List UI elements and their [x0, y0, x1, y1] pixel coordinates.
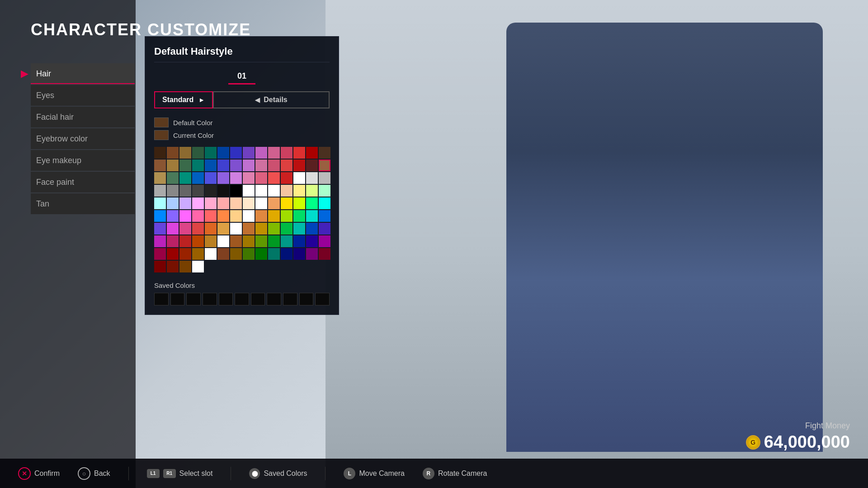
saved-color-slot[interactable] [299, 293, 314, 305]
color-cell[interactable] [179, 248, 191, 260]
color-cell[interactable] [217, 197, 229, 209]
color-cell[interactable] [268, 248, 280, 260]
saved-color-slot[interactable] [267, 293, 281, 305]
color-cell[interactable] [205, 223, 217, 235]
color-cell[interactable] [217, 223, 229, 235]
saved-color-slot[interactable] [235, 293, 249, 305]
color-cell[interactable] [154, 248, 166, 260]
color-cell[interactable] [217, 248, 229, 260]
sidebar-item-eyes[interactable]: Eyes [31, 85, 135, 106]
color-cell[interactable] [192, 172, 204, 184]
color-cell[interactable] [306, 185, 318, 197]
color-cell[interactable] [192, 160, 204, 171]
color-cell[interactable] [243, 160, 255, 171]
sidebar-item-eyebrow-color[interactable]: Eyebrow color [31, 128, 135, 149]
color-cell[interactable] [281, 210, 292, 222]
color-cell[interactable] [217, 160, 229, 171]
color-cell[interactable] [217, 185, 229, 197]
color-cell[interactable] [154, 197, 166, 209]
color-cell[interactable] [281, 147, 292, 159]
color-cell[interactable] [167, 210, 179, 222]
color-cell[interactable] [306, 160, 318, 171]
color-cell[interactable] [167, 248, 179, 260]
color-cell[interactable] [167, 235, 179, 247]
color-cell[interactable] [281, 185, 292, 197]
saved-color-slot[interactable] [283, 293, 297, 305]
color-cell[interactable] [192, 235, 204, 247]
color-cell[interactable] [217, 172, 229, 184]
color-cell[interactable] [179, 261, 191, 272]
sidebar-item-face-paint[interactable]: Face paint [31, 172, 135, 192]
color-cell[interactable] [205, 185, 217, 197]
color-cell[interactable] [243, 197, 255, 209]
color-cell[interactable] [255, 147, 267, 159]
color-cell[interactable] [293, 185, 305, 197]
color-cell[interactable] [192, 223, 204, 235]
color-cell[interactable] [230, 235, 242, 247]
color-cell[interactable] [167, 172, 179, 184]
color-cell[interactable] [154, 223, 166, 235]
color-cell[interactable] [167, 197, 179, 209]
color-cell[interactable] [179, 185, 191, 197]
color-cell[interactable] [192, 248, 204, 260]
color-cell[interactable] [293, 223, 305, 235]
color-cell[interactable] [154, 160, 166, 171]
color-cell[interactable] [230, 172, 242, 184]
color-cell[interactable] [268, 197, 280, 209]
color-cell[interactable] [205, 248, 217, 260]
saved-color-slot[interactable] [251, 293, 265, 305]
sidebar-item-facial-hair[interactable]: Facial hair [31, 107, 135, 127]
saved-color-slot[interactable] [203, 293, 217, 305]
color-cell[interactable] [306, 147, 318, 159]
color-cell[interactable] [293, 160, 305, 171]
color-cell[interactable] [255, 223, 267, 235]
sidebar-item-eye-makeup[interactable]: Eye makeup [31, 150, 135, 171]
color-cell[interactable] [255, 197, 267, 209]
color-cell[interactable] [167, 223, 179, 235]
color-cell[interactable] [293, 248, 305, 260]
color-cell[interactable] [179, 223, 191, 235]
color-cell[interactable] [306, 235, 318, 247]
tab-details-button[interactable]: ◀ Details [213, 91, 330, 108]
color-cell[interactable] [217, 210, 229, 222]
sidebar-item-tan[interactable]: Tan [31, 193, 135, 214]
color-cell[interactable] [255, 248, 267, 260]
color-cell[interactable] [192, 261, 204, 272]
color-cell[interactable] [154, 210, 166, 222]
color-cell[interactable] [306, 210, 318, 222]
color-cell[interactable] [179, 235, 191, 247]
color-cell[interactable] [230, 160, 242, 171]
color-cell[interactable] [192, 210, 204, 222]
color-cell[interactable] [293, 235, 305, 247]
color-cell[interactable] [205, 197, 217, 209]
color-cell[interactable] [319, 172, 330, 184]
color-cell[interactable] [268, 210, 280, 222]
color-cell[interactable] [319, 248, 330, 260]
color-cell[interactable] [167, 147, 179, 159]
saved-color-slot[interactable] [315, 293, 330, 305]
color-cell[interactable] [281, 235, 292, 247]
color-cell[interactable] [243, 210, 255, 222]
color-cell[interactable] [255, 185, 267, 197]
color-cell[interactable] [230, 223, 242, 235]
color-cell[interactable] [281, 197, 292, 209]
color-cell[interactable] [268, 223, 280, 235]
color-cell[interactable] [192, 185, 204, 197]
color-cell[interactable] [319, 235, 330, 247]
color-cell[interactable] [281, 160, 292, 171]
color-cell[interactable] [268, 185, 280, 197]
color-cell[interactable] [268, 147, 280, 159]
color-cell[interactable] [179, 172, 191, 184]
color-cell[interactable] [230, 248, 242, 260]
color-cell[interactable] [167, 160, 179, 171]
color-cell[interactable] [179, 197, 191, 209]
color-cell[interactable] [230, 197, 242, 209]
sidebar-item-hair[interactable]: ▶ Hair [31, 63, 135, 84]
color-cell[interactable] [268, 172, 280, 184]
color-cell[interactable] [167, 261, 179, 272]
color-cell[interactable] [179, 210, 191, 222]
color-cell[interactable] [243, 248, 255, 260]
saved-color-slot[interactable] [186, 293, 201, 305]
color-cell[interactable] [268, 235, 280, 247]
color-cell[interactable] [205, 160, 217, 171]
